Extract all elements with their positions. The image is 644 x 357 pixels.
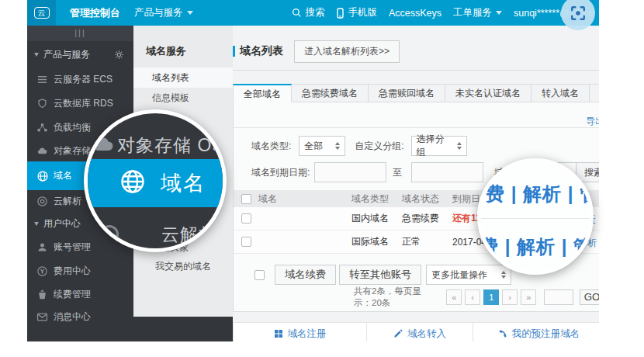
expiry-from-input[interactable] <box>314 162 386 182</box>
yen-icon <box>36 265 48 277</box>
tab-redeem-urgent[interactable]: 急需赎回域名 <box>369 84 445 102</box>
expiry-date-label: 域名到期日期: <box>251 166 310 179</box>
chevron-down-icon <box>187 11 193 15</box>
col-header-status: 域名状态 <box>402 192 452 206</box>
pagination-summary: 共有2条，每页显示：20条 <box>354 286 435 309</box>
custom-group-label: 自定义分组: <box>355 140 403 153</box>
pagination-page-1[interactable]: 1 <box>483 289 499 305</box>
title-accent-bar <box>233 46 235 57</box>
goto-page-go-button[interactable]: GO <box>580 289 599 305</box>
magnified-domain-label: 域名 <box>161 169 206 197</box>
domain-type-cell: 国内域名 <box>351 212 402 225</box>
sidebar-magnifier-lens: 对象存储 OS 域名 云解析 <box>84 109 227 252</box>
shield-icon <box>36 98 48 109</box>
nodes-icon <box>36 122 48 133</box>
export-list-link[interactable]: 导出列表 <box>586 116 599 127</box>
divider <box>233 70 599 71</box>
divider <box>481 218 590 219</box>
batch-select-checkbox[interactable] <box>254 270 265 280</box>
magnified-domain-row: 域名 <box>84 159 227 207</box>
select-all-checkbox[interactable] <box>241 194 251 204</box>
search-menu[interactable]: 搜索 <box>292 6 324 19</box>
user-icon <box>36 241 48 253</box>
console-home-link[interactable]: 管理控制台 <box>70 6 120 20</box>
select-arrows-icon <box>329 142 340 150</box>
divider <box>234 127 599 128</box>
sidebar-item-billing[interactable]: 费用中心 <box>27 259 133 283</box>
select-arrows-icon <box>451 142 462 150</box>
search-icon <box>292 8 302 18</box>
pagination-prev-button[interactable]: ‹ <box>465 289 480 305</box>
top-bar: 云 管理控制台 产品与服务 搜索 手机版 AccessKeys 工单服务 sun… <box>27 0 599 26</box>
accesskeys-link[interactable]: AccessKeys <box>389 8 441 19</box>
phone-icon <box>336 8 345 19</box>
magnified-oss-label: 对象存储 OS <box>117 133 225 158</box>
row-checkbox[interactable] <box>241 213 251 224</box>
aliyun-logo[interactable]: 云 <box>27 0 56 26</box>
sidebar-item-messages[interactable]: 消息中心 <box>27 305 133 329</box>
domain-status-cell: 正常 <box>402 235 452 248</box>
sidebar-item-ecs[interactable]: 云服务器 ECS <box>27 68 133 92</box>
tab-transfer-in[interactable]: 转入域名 <box>531 84 590 102</box>
subsidebar-item-domain-list[interactable]: 域名列表 <box>133 68 233 88</box>
tickets-menu[interactable]: 工单服务 <box>453 6 502 19</box>
renew-wallet-icon <box>36 289 48 300</box>
cloud-icon <box>36 145 48 157</box>
globe-icon <box>119 168 147 199</box>
products-menu[interactable]: 产品与服务 <box>134 6 193 19</box>
quick-link-preregister[interactable]: 我的预注册域名 <box>473 322 599 341</box>
pagination-last-button[interactable]: » <box>521 289 536 305</box>
sidebar-item-renewal[interactable]: 续费管理 <box>27 283 133 305</box>
domain-type-cell: 国际域名 <box>351 235 402 248</box>
domain-type-select[interactable]: 全部 <box>299 136 345 156</box>
subsidebar-item-info-template[interactable]: 信息模板 <box>133 88 233 108</box>
phone-handset-icon <box>498 329 507 338</box>
tab-preregistered[interactable]: 预登记域名 <box>590 84 599 102</box>
pagination-first-button[interactable]: « <box>446 289 462 305</box>
dns-icon <box>36 196 48 207</box>
viewfinder-icon <box>570 5 587 22</box>
server-icon <box>36 74 48 85</box>
sidebar-group-products[interactable]: 产品与服务 <box>27 41 133 68</box>
domain-type-label: 域名类型: <box>251 140 291 153</box>
custom-group-select[interactable]: 选择分组 <box>411 136 467 156</box>
globe-icon <box>36 170 48 182</box>
tab-unverified[interactable]: 未实名认证域名 <box>445 84 531 102</box>
row-checkbox[interactable] <box>241 237 251 247</box>
batch-renew-button[interactable]: 域名续费 <box>275 265 336 285</box>
expiry-to-input[interactable] <box>411 162 483 182</box>
quick-link-register[interactable]: 域名注册 <box>233 322 367 341</box>
domain-tabs: 全部域名 急需续费域名 急需赎回域名 未实名认证域名 转入域名 预登记域名 <box>233 84 599 102</box>
sidebar-item-rds[interactable]: 云数据库 RDS <box>27 92 133 116</box>
magnified-actions-row2: 费 | 解析 | 管 <box>480 234 593 259</box>
pagination-next-button[interactable]: › <box>502 289 518 305</box>
mobile-version-link[interactable]: 手机版 <box>336 6 377 19</box>
subsidebar-footer <box>133 317 233 341</box>
magnified-actions-row1: 费 | 解析 | 管 <box>486 182 594 206</box>
gear-icon[interactable] <box>114 50 124 60</box>
domain-status-cell: 急需续费 <box>402 212 452 225</box>
cloud-logo-icon: 云 <box>34 7 50 19</box>
chevron-down-icon <box>34 222 39 226</box>
mail-icon <box>36 311 48 323</box>
tab-renew-urgent[interactable]: 急需续费域名 <box>292 84 369 102</box>
batch-transfer-button[interactable]: 转至其他账号 <box>339 265 421 285</box>
chevron-down-icon <box>34 53 39 57</box>
subsidebar-item-my-trades[interactable]: 我交易的域名 <box>133 257 233 276</box>
actions-magnifier-lens: 费 | 解析 | 管 费 | 解析 | 管 <box>477 158 594 275</box>
sidebar-collapse-button[interactable]: ||| <box>27 26 133 41</box>
goto-dns-list-button[interactable]: 进入域名解析列表>> <box>294 40 400 63</box>
pencil-icon <box>393 329 403 338</box>
chevron-down-icon <box>496 11 502 15</box>
to-label: 至 <box>393 166 402 179</box>
col-header-type: 域名类型 <box>351 192 402 206</box>
grid-icon <box>274 329 283 338</box>
quick-link-transfer-in[interactable]: 域名转入 <box>367 322 473 341</box>
page-title: 域名列表 <box>240 44 283 58</box>
quick-links-bar: 域名注册 域名转入 我的预注册域名 <box>233 322 599 341</box>
batch-more-select[interactable]: 更多批量操作 <box>426 265 511 285</box>
tab-all-domains[interactable]: 全部域名 <box>233 84 292 102</box>
goto-page-input[interactable] <box>544 289 573 305</box>
col-header-domain: 域名 <box>258 192 351 206</box>
select-arrows-icon <box>495 271 506 279</box>
